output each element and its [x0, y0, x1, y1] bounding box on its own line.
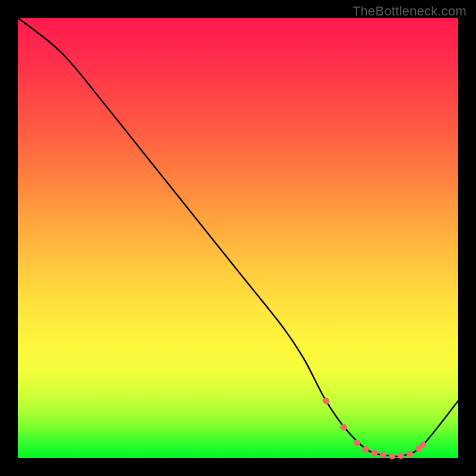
marker-point — [340, 424, 347, 431]
marker-point — [380, 452, 387, 458]
marker-point — [323, 397, 330, 404]
watermark-text: TheBottleneck.com — [352, 4, 466, 19]
marker-point — [353, 440, 360, 446]
chart-frame: TheBottleneck.com — [0, 0, 476, 476]
plot-area — [18, 18, 458, 458]
marker-point — [397, 452, 404, 459]
marker-point — [362, 446, 369, 453]
marker-point — [389, 453, 396, 459]
bottleneck-curve — [18, 18, 458, 456]
marker-group — [323, 397, 427, 459]
marker-point — [371, 450, 378, 456]
marker-point — [406, 450, 413, 457]
curve-layer — [18, 18, 458, 458]
marker-point — [419, 441, 426, 448]
